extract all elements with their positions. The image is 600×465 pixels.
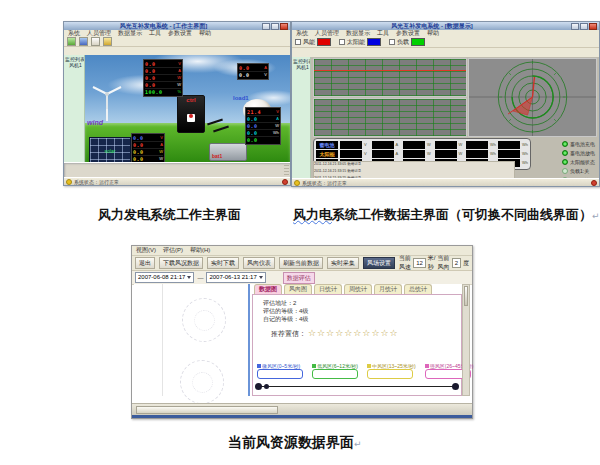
menu-item[interactable]: 工具 [377,30,389,37]
tab-weekly[interactable]: 周统计 [344,284,372,294]
resize-grip-icon[interactable] [284,165,289,175]
green-led-icon [562,150,568,156]
help-icon[interactable] [103,37,112,46]
scrollbar-thumb[interactable] [464,286,468,306]
tree-item[interactable]: 风机1 [293,64,309,70]
legend-label: 太阳能 [347,38,365,47]
curve-chart-bottom [313,98,467,137]
vertical-scrollbar[interactable] [462,284,470,396]
menu-item[interactable]: 数据显示 [346,30,370,37]
toolbar-button[interactable]: 风场设置 [363,257,395,269]
tab-daily[interactable]: 日统计 [314,284,342,294]
minimize-button[interactable] [262,23,270,30]
display-value: 21.4 [247,109,261,115]
data-window-titlebar[interactable]: 风光互补发电系统 - [数据显示] [292,22,599,30]
tab-total[interactable]: 总统计 [404,284,432,294]
window-bottom-edge [132,415,472,418]
menu-item[interactable]: 帮助 [199,30,211,37]
status-warn-icon [66,179,72,185]
date-to-combo[interactable]: 2007-06-13 21:17 [206,272,265,283]
zone-box [367,369,413,379]
menu-item[interactable]: 帮助(H) [190,246,210,255]
legend-wind[interactable]: 风能 [295,38,331,47]
tab-monthly[interactable]: 月统计 [374,284,402,294]
readout-unit: V [364,150,370,158]
yellow-square-icon [367,364,371,368]
indicator-label: 负载1:关 [570,168,589,174]
field-value: 4级 [299,316,308,322]
paragraph-mark: ↵ [592,211,600,221]
toolbar-button[interactable]: 下载风况数据 [159,257,203,269]
close-button[interactable] [589,23,597,30]
event-log[interactable]: 2011-12-16 21:33:05 数据记录 2011-12-16 21:3… [313,161,515,179]
slider-handle-mid[interactable] [264,384,269,389]
tab-wind-rose[interactable]: 风向图 [284,284,312,294]
readout-unit: Wh [490,141,496,149]
red-swatch-icon [317,38,331,46]
checkbox-icon[interactable] [295,39,301,45]
rating-label: 推荐置信： [271,330,306,337]
toolbar-button[interactable]: 刷新当前数据 [279,257,323,269]
menu-item[interactable]: 参数设置 [168,30,192,37]
readout-unit: W [427,141,433,149]
display-unit: W [158,149,163,155]
time-range-slider[interactable] [255,383,459,390]
display-value: 0.0 [247,137,258,143]
checkbox-icon[interactable] [389,39,395,45]
slider-handle-right[interactable] [452,383,459,390]
menu-item[interactable]: 人员管理 [87,30,111,37]
device-tree[interactable]: 监控列表 风机1 [64,55,85,162]
toolbar-button[interactable]: 退出 [135,257,155,269]
device-tree[interactable]: 监控列表 风机1 [292,57,311,179]
menu-item[interactable]: 视图(V) [136,246,156,255]
connect-icon[interactable] [67,37,76,46]
settings-icon[interactable] [91,37,100,46]
maximize-button[interactable] [271,23,279,30]
indicator: 太阳能状态 [562,157,595,166]
legend-solar[interactable]: 太阳能 [339,38,381,47]
speed-label: 当前风速 [399,254,411,272]
menu-item[interactable]: 工具 [149,30,161,37]
menu-item[interactable]: 评估(P) [163,246,183,255]
menu-item[interactable]: 系统 [296,30,308,37]
main-statusbar: 系统状态：运行正常 [64,177,290,185]
menu-item[interactable]: 帮助 [427,30,439,37]
toolbar-button[interactable]: 实时采集 [327,257,359,269]
data-icon[interactable] [79,37,88,46]
slider-handle-left[interactable] [255,383,262,390]
close-button[interactable] [280,23,288,30]
field-value: 4级 [299,308,308,314]
toolbar-button[interactable]: 风向仪表 [243,257,275,269]
main-status-text: 系统状态：运行正常 [74,179,119,185]
display-value: 0.0 [133,149,144,155]
menu-item[interactable]: 系统 [68,30,80,37]
maximize-button[interactable] [580,23,588,30]
minimize-button[interactable] [571,23,579,30]
menu-item[interactable]: 人员管理 [315,30,339,37]
date-to-value: 2007-06-13 21:17 [209,273,256,282]
main-menubar: 系统 人员管理 数据显示 工具 参数设置 帮助 [64,30,290,37]
readout-unit: A [396,150,402,158]
slider-track [259,386,455,387]
evaluate-button[interactable]: 数据评估 [283,272,315,284]
readout-unit: Wh [522,141,528,149]
legend-load[interactable]: 负载 [389,38,425,47]
indicator: 负载1:关 [562,166,595,175]
status-alarm-icon [591,180,597,186]
tree-item[interactable]: 风机1 [65,62,83,68]
menu-item[interactable]: 数据显示 [118,30,142,37]
display-panel-load: 0.0A 0.0V [237,63,269,80]
horizontal-scrollbar[interactable] [136,406,278,414]
main-window-titlebar[interactable]: 风光互补发电系统 - [工作主界面] [64,22,290,30]
field-value: 2 [293,300,296,306]
display-panel-main: 0.0V 0.0A 0.0W 0.0W 100.0% [143,59,183,97]
toolbar-button[interactable]: 实时下载 [207,257,239,269]
date-from-combo[interactable]: 2007-06-08 21:17 [135,272,194,283]
menu-item[interactable]: 参数设置 [396,30,420,37]
tab-data-chart[interactable]: 数据图 [254,284,282,294]
checkbox-icon[interactable] [339,39,345,45]
curve-chart-top [313,58,467,97]
readout-unit: Wh [490,150,496,158]
main-toolbar [64,37,290,47]
display-value: 0.0 [145,82,156,88]
